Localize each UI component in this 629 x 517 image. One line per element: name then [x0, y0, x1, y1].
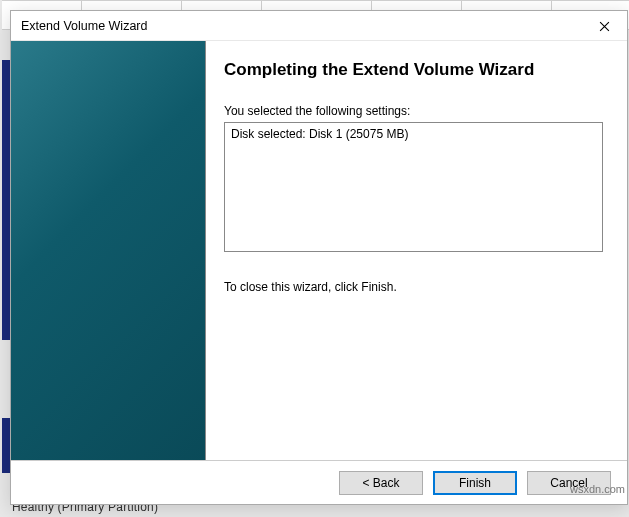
wizard-sidebar-graphic: [11, 41, 206, 460]
back-button[interactable]: < Back: [339, 471, 423, 495]
settings-value: Disk selected: Disk 1 (25075 MB): [231, 127, 596, 141]
page-heading: Completing the Extend Volume Wizard: [224, 59, 603, 82]
wizard-window: Extend Volume Wizard Completing the Exte…: [10, 10, 628, 505]
finish-instruction: To close this wizard, click Finish.: [224, 280, 603, 294]
close-button[interactable]: [582, 11, 627, 41]
finish-button[interactable]: Finish: [433, 471, 517, 495]
window-title: Extend Volume Wizard: [21, 19, 147, 33]
watermark: wsxdn.com: [570, 483, 625, 495]
titlebar: Extend Volume Wizard: [11, 11, 627, 41]
settings-label: You selected the following settings:: [224, 104, 603, 118]
settings-summary-box: Disk selected: Disk 1 (25075 MB): [224, 122, 603, 252]
close-icon: [599, 18, 610, 35]
button-row: < Back Finish Cancel: [11, 460, 627, 504]
